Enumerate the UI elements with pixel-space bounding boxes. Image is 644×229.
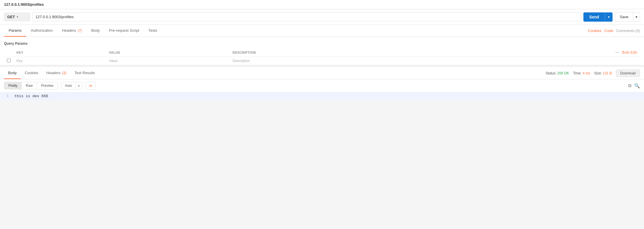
description-col-header: DESCRIPTION ··· Bulk Edit <box>230 48 640 57</box>
response-tab-list: Body Cookies Headers (3) Test Results <box>4 67 546 79</box>
format-label-button[interactable]: Auto <box>61 82 76 89</box>
response-status-bar: Status: 200 OK Time: 4 ms Size: 131 B Do… <box>546 70 640 77</box>
size-value: 131 B <box>603 71 612 75</box>
window-title-text: 127.0.0.1:9003/profiles <box>4 2 44 7</box>
response-body-toolbar: Pretty Raw Preview Auto ▾ ⇌ ⧉ 🔍 <box>0 79 644 92</box>
key-cell[interactable]: Key <box>14 57 106 65</box>
status-value: 200 OK <box>557 71 569 75</box>
bulk-edit-link[interactable]: Bulk Edit <box>622 50 637 55</box>
table-row: Key Value Description <box>4 57 640 65</box>
response-tab-test-results[interactable]: Test Results <box>70 67 99 79</box>
method-chevron-icon: ▾ <box>17 15 18 18</box>
view-pretty-button[interactable]: Pretty <box>4 82 22 89</box>
status-label: Status: 200 OK <box>546 71 569 75</box>
url-bar-section: GET ▾ Send ▾ Save ▾ <box>0 9 644 25</box>
description-cell[interactable]: Description <box>230 57 640 65</box>
save-chevron-icon: ▾ <box>636 15 637 19</box>
search-icon-button[interactable]: 🔍 <box>634 83 640 89</box>
value-col-header: VALUE <box>106 48 230 57</box>
time-value: 4 ms <box>583 71 590 75</box>
query-params-section: Query Params KEY VALUE DESCRIPTION ··· B… <box>0 37 644 65</box>
format-chevron-icon: ▾ <box>78 84 80 87</box>
send-btn-group: Send ▾ <box>583 12 613 22</box>
tab-params[interactable]: Params <box>4 25 26 37</box>
response-headers-badge: (3) <box>62 71 66 75</box>
code-link[interactable]: Code <box>604 29 613 33</box>
headers-badge: (7) <box>78 29 82 33</box>
tab-headers[interactable]: Headers (7) <box>57 25 87 37</box>
copy-icon-button[interactable]: ⧉ <box>628 83 631 88</box>
cookies-link[interactable]: Cookies <box>588 29 602 33</box>
tab-tests[interactable]: Tests <box>144 25 162 37</box>
request-right-actions: Cookies Code Comments (0) <box>588 29 640 33</box>
key-col-header: KEY <box>14 48 106 57</box>
save-btn-group: Save ▾ <box>615 12 640 22</box>
window-title: 127.0.0.1:9003/profiles <box>0 0 644 9</box>
format-chevron-button[interactable]: ▾ <box>76 83 82 89</box>
url-input[interactable] <box>32 12 581 21</box>
save-button[interactable]: Save <box>615 12 633 21</box>
response-tab-cookies[interactable]: Cookies <box>21 67 42 79</box>
line-number: 1 <box>0 92 12 100</box>
format-select-group: Auto ▾ <box>61 82 82 89</box>
word-wrap-icon: ⇌ <box>89 83 92 88</box>
response-tab-headers[interactable]: Headers (3) <box>42 67 70 79</box>
row-checkbox-input[interactable] <box>7 59 11 62</box>
line-row: 1 this is dev 666 <box>0 92 644 100</box>
params-table: KEY VALUE DESCRIPTION ··· Bulk Edit Key <box>4 48 640 65</box>
size-label: Size: 131 B <box>594 71 612 75</box>
view-preview-button[interactable]: Preview <box>37 82 57 89</box>
query-params-title: Query Params <box>4 40 640 48</box>
method-label: GET <box>7 15 15 19</box>
send-chevron-icon: ▾ <box>608 15 610 19</box>
comments-link[interactable]: Comments (0) <box>616 29 640 33</box>
tab-authorization[interactable]: Authorization <box>26 25 57 37</box>
response-content: 1 this is dev 666 <box>0 92 644 100</box>
response-right-icons: ⧉ 🔍 <box>628 83 640 89</box>
save-dropdown-button[interactable]: ▾ <box>633 12 640 21</box>
value-cell[interactable]: Value <box>106 57 230 65</box>
time-label: Time: 4 ms <box>573 71 590 75</box>
download-button[interactable]: Download <box>616 70 640 77</box>
tab-pre-request-script[interactable]: Pre-request Script <box>104 25 144 37</box>
checkbox-col-header <box>4 48 14 57</box>
send-button[interactable]: Send <box>583 12 605 22</box>
request-tabs-bar: Params Authorization Headers (7) Body Pr… <box>0 25 644 37</box>
method-select[interactable]: GET ▾ <box>4 13 30 21</box>
row-checkbox[interactable] <box>4 57 14 65</box>
request-tab-list: Params Authorization Headers (7) Body Pr… <box>4 25 588 37</box>
tab-body[interactable]: Body <box>87 25 104 37</box>
search-icon: 🔍 <box>634 83 640 88</box>
view-raw-button[interactable]: Raw <box>22 82 37 89</box>
response-tabs-bar: Body Cookies Headers (3) Test Results St… <box>0 67 644 79</box>
copy-icon: ⧉ <box>628 83 631 88</box>
view-btn-group: Pretty Raw Preview <box>4 82 58 89</box>
more-options-icon[interactable]: ··· <box>615 50 619 55</box>
response-tab-body[interactable]: Body <box>4 67 21 79</box>
line-content: this is dev 666 <box>12 92 51 100</box>
send-dropdown-button[interactable]: ▾ <box>605 12 613 22</box>
word-wrap-button[interactable]: ⇌ <box>86 82 96 90</box>
